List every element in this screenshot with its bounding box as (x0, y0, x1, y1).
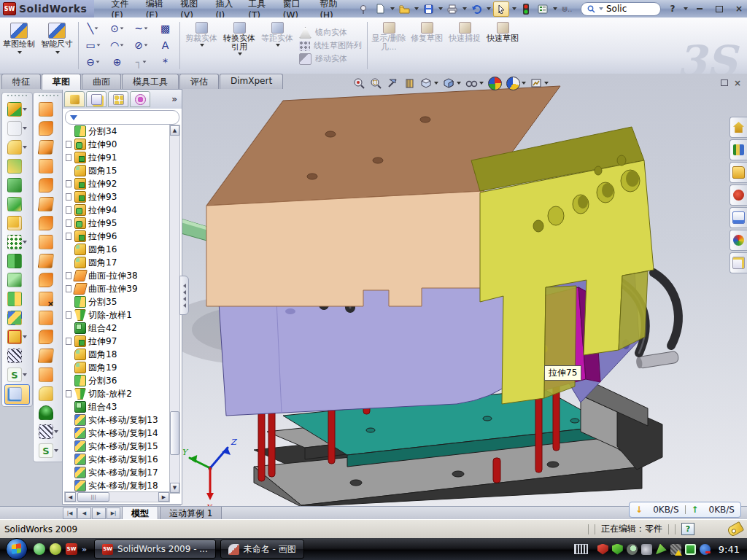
command-tab[interactable]: DimXpert (220, 74, 283, 89)
feature-tool-button[interactable] (2, 271, 32, 289)
task-pane-tab[interactable] (729, 139, 747, 160)
command-tab[interactable]: 模具工具 (122, 74, 179, 89)
sketch-entity-button[interactable]: ╲ (81, 20, 105, 36)
undo-icon[interactable] (469, 2, 484, 16)
surface-tool-button[interactable] (34, 327, 63, 346)
feature-tool-button[interactable] (2, 346, 32, 365)
tags-icon[interactable] (727, 521, 744, 537)
expand-arrow-icon[interactable] (66, 299, 72, 306)
feature-tree-item[interactable]: 拉伸97 (64, 335, 169, 348)
help-button[interactable]: ? (665, 3, 681, 15)
task-pane-tab[interactable] (729, 162, 747, 183)
quick-launch-icon[interactable] (50, 543, 61, 555)
expand-arrow-icon[interactable] (66, 273, 72, 279)
surface-tool-button[interactable] (34, 365, 63, 384)
new-file-icon[interactable] (373, 2, 387, 16)
edit-appearance-icon[interactable] (487, 76, 503, 90)
network-speed-widget[interactable]: ↓ 0KB/S ↑ 0KB/S (629, 502, 741, 518)
expand-arrow-icon[interactable] (66, 286, 72, 292)
health-tray-icon[interactable] (685, 544, 696, 555)
surface-tool-button[interactable] (34, 271, 63, 289)
select-tool-icon[interactable] (493, 1, 509, 17)
panel-expand-chevron[interactable]: » (171, 94, 180, 104)
expand-arrow-icon[interactable] (66, 155, 72, 161)
feature-tree-item[interactable]: 拉伸93 (64, 190, 169, 203)
surface-tool-button[interactable] (34, 441, 63, 460)
expand-arrow-icon[interactable] (66, 141, 72, 148)
rebuild-icon[interactable] (519, 2, 533, 16)
command-tab[interactable]: 特征 (1, 74, 41, 89)
scroll-left-arrow[interactable]: ◀ (65, 492, 76, 502)
solidworks-shortcut-icon[interactable]: SW (66, 543, 77, 555)
sketch-entity-button[interactable]: ⊘ (129, 36, 153, 53)
expand-arrow-icon[interactable] (66, 312, 72, 319)
feature-tree-item[interactable]: 圆角19 (64, 361, 169, 374)
update-tray-icon[interactable] (627, 544, 638, 555)
expand-arrow-icon[interactable] (66, 365, 72, 371)
surface-tool-button[interactable] (34, 100, 63, 119)
ribbon-list-button[interactable]: 镜向实体 (299, 27, 362, 39)
dimxpert-manager-tab[interactable] (130, 91, 150, 107)
surface-tool-button[interactable] (34, 384, 63, 403)
expand-arrow-icon[interactable] (66, 391, 72, 397)
feature-tree-item[interactable]: 分割36 (64, 374, 169, 387)
sync-tray-icon[interactable] (656, 544, 667, 555)
expand-arrow-icon[interactable] (66, 194, 72, 201)
feature-tool-button[interactable] (2, 252, 32, 271)
feature-tool-button[interactable] (2, 100, 32, 119)
surface-tool-button[interactable] (34, 157, 63, 176)
expand-arrow-icon[interactable] (66, 404, 72, 411)
expand-arrow-icon[interactable] (66, 338, 72, 345)
hide-show-items-icon[interactable] (464, 76, 485, 90)
toolbar-grip[interactable] (7, 94, 28, 98)
expand-arrow-icon[interactable] (66, 246, 72, 253)
tab-nav-button[interactable]: ▶ (92, 508, 106, 519)
command-tab[interactable]: 评估 (179, 74, 219, 89)
command-tab[interactable]: 草图 (42, 74, 81, 90)
surface-tool-button[interactable] (34, 195, 63, 214)
tree-vertical-scrollbar[interactable]: ▲ ▼ (169, 125, 180, 494)
zoom-fit-icon[interactable] (352, 76, 367, 90)
model-canvas[interactable]: φ (181, 74, 747, 506)
feature-tree-item[interactable]: 实体-移动/复制16 (64, 453, 169, 466)
feature-tool-button[interactable] (2, 365, 32, 384)
task-pane-tab[interactable] (729, 230, 747, 251)
surface-tool-button[interactable] (34, 422, 63, 441)
view-settings-icon[interactable] (529, 76, 550, 90)
ribbon-list-button[interactable]: 线性草图阵列 (299, 41, 362, 51)
scroll-thumb[interactable]: ||| (77, 492, 109, 502)
messenger-icon[interactable] (34, 543, 45, 555)
scroll-thumb[interactable] (170, 411, 179, 455)
surface-tool-button[interactable] (34, 233, 63, 252)
view-orientation-icon[interactable] (441, 76, 462, 90)
feature-tree-item[interactable]: 组合42 (64, 322, 169, 335)
feature-tree-item[interactable]: 分割34 (64, 125, 169, 138)
feature-tree-item[interactable]: 拉伸90 (64, 138, 169, 151)
sketch-entity-button[interactable]: * (153, 53, 177, 70)
network-warning-tray-icon[interactable] (670, 544, 681, 555)
sketch-entity-button[interactable]: ▩ (153, 20, 177, 36)
feature-tool-button[interactable] (2, 308, 32, 327)
section-view-icon[interactable] (385, 76, 400, 90)
sketch-entity-button[interactable]: A (153, 36, 177, 53)
tab-nav-button[interactable]: ◀ (77, 508, 91, 519)
feature-tree-item[interactable]: 切除-放样2 (64, 387, 169, 400)
feature-tree-item[interactable]: 组合43 (64, 400, 169, 413)
surface-tool-button[interactable] (34, 214, 63, 233)
task-pane-tab[interactable] (729, 207, 747, 228)
tree-filter-box[interactable] (65, 110, 179, 125)
expand-arrow-icon[interactable] (66, 378, 72, 384)
apply-scene-icon[interactable] (505, 76, 527, 90)
toolbar-grip[interactable] (38, 94, 59, 98)
minimize-button[interactable] (692, 3, 708, 15)
expand-arrow-icon[interactable] (66, 168, 72, 174)
close-button[interactable]: × (731, 3, 747, 15)
feature-tree-item[interactable]: 切除-放样1 (64, 308, 169, 322)
feature-tool-button[interactable] (2, 214, 32, 233)
quick-launch-more-chevron[interactable]: » (82, 545, 87, 554)
feature-tree-item[interactable]: 拉伸91 (64, 151, 169, 164)
panel-splitter-handle[interactable] (179, 276, 189, 315)
feature-tree-item[interactable]: 拉伸95 (64, 217, 169, 230)
ribbon-list-button[interactable]: 移动实体 (299, 53, 362, 65)
expand-arrow-icon[interactable] (66, 470, 72, 476)
